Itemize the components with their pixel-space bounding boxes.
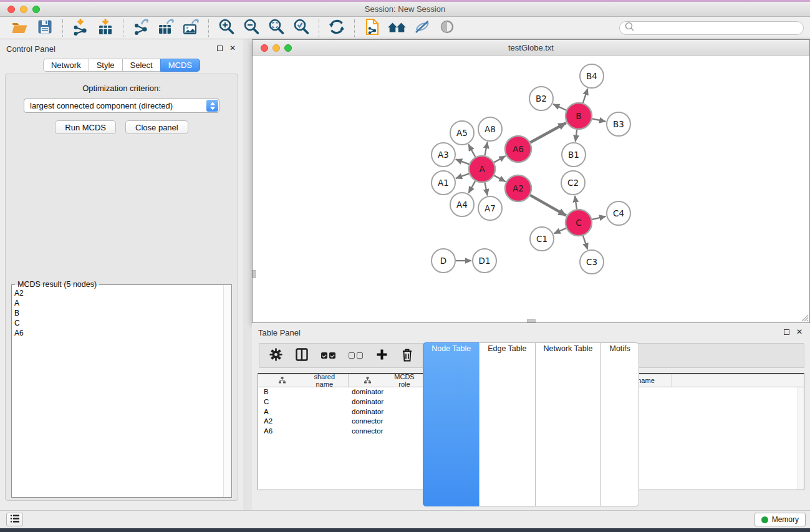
graph-edge-C-C2 (575, 196, 577, 209)
graph-node-D[interactable]: D (432, 249, 455, 273)
first-neighbors-icon (387, 19, 407, 37)
search-input[interactable] (635, 23, 803, 33)
graph-node-C3[interactable]: C3 (580, 250, 604, 274)
graph-node-C[interactable]: C (566, 210, 592, 236)
save-session-button[interactable] (32, 18, 57, 38)
graph-node-A8[interactable]: A8 (478, 117, 502, 141)
svg-text:A5: A5 (456, 128, 468, 138)
svg-text:A: A (479, 164, 485, 174)
graph-edge-C-C1 (554, 228, 566, 234)
graph-node-C2[interactable]: C2 (561, 171, 585, 195)
import-table-icon (97, 18, 114, 37)
table-tab-node-table[interactable]: Node Table (423, 342, 480, 506)
zoom-out-icon (243, 18, 260, 37)
graph-node-B1[interactable]: B1 (562, 143, 586, 167)
control-panel-tabs: NetworkStyleSelectMCDS (0, 59, 243, 72)
import-network-button[interactable] (68, 18, 93, 38)
result-item-c[interactable]: C (14, 318, 223, 328)
open-session-button[interactable] (7, 18, 32, 38)
network-window-titlebar: testGlobe.txt (253, 40, 809, 56)
mcds-result-list[interactable]: A2ABCA6 (12, 287, 223, 496)
tab-mcds[interactable]: MCDS (160, 59, 200, 72)
first-neighbors-button[interactable] (385, 18, 410, 38)
tab-select[interactable]: Select (122, 59, 161, 72)
result-item-a6[interactable]: A6 (14, 328, 223, 338)
graph-node-D1[interactable]: D1 (473, 249, 496, 273)
run-mcds-button[interactable]: Run MCDS (55, 120, 116, 134)
import-table-button[interactable] (93, 18, 118, 38)
graph-node-A[interactable]: A (469, 156, 495, 182)
show-panels-button[interactable] (6, 513, 23, 526)
tab-style[interactable]: Style (89, 59, 123, 72)
show-all-button[interactable] (435, 18, 460, 38)
open-session-icon (11, 19, 29, 37)
zoom-selected-button[interactable] (289, 18, 314, 38)
tab-network[interactable]: Network (43, 59, 89, 72)
export-image-button[interactable] (178, 18, 203, 38)
toolbar-divider (319, 19, 319, 37)
graph-edge-B-B1 (576, 130, 577, 142)
dropdown-stepper-icon (206, 100, 218, 112)
close-table-panel-icon[interactable]: ✕ (796, 329, 803, 335)
graph-edge-A-A7 (485, 183, 487, 196)
graph-node-A5[interactable]: A5 (450, 121, 474, 145)
optimization-criterion-label: Optimization criterion: (6, 84, 238, 93)
graph-node-B[interactable]: B (566, 103, 592, 129)
close-panel-button[interactable]: Close panel (125, 120, 188, 134)
graph-node-A1[interactable]: A1 (432, 171, 455, 195)
close-panel-icon[interactable]: ✕ (229, 45, 236, 51)
export-network-button[interactable] (128, 18, 153, 38)
network-canvas[interactable]: B4B2BB3B1A5A8A6A3AA1C2A4A7A2C4CC1C3DD1 (253, 56, 809, 322)
table-panel-title: Table Panel (258, 328, 301, 337)
svg-text:B2: B2 (536, 94, 547, 104)
toolbar-divider (123, 19, 123, 37)
hide-selected-button[interactable] (410, 18, 435, 38)
import-network-icon (72, 18, 89, 37)
vertical-scrollbar-thumb[interactable] (253, 270, 256, 278)
result-item-b[interactable]: B (14, 308, 223, 318)
graph-edge-B-B4 (583, 89, 588, 103)
graph-node-C1[interactable]: C1 (530, 227, 554, 251)
criterion-dropdown[interactable]: largest connected component (directed) (24, 99, 219, 113)
titlebar: Session: New Session (0, 2, 810, 17)
graph-edge-A-A6 (494, 156, 506, 162)
graph-node-B4[interactable]: B4 (580, 64, 604, 88)
zoom-in-button[interactable] (214, 18, 239, 38)
graph-node-C4[interactable]: C4 (607, 201, 630, 225)
graph-node-A6[interactable]: A6 (505, 136, 531, 162)
network-graph: B4B2BB3B1A5A8A6A3AA1C2A4A7A2C4CC1C3DD1 (253, 56, 809, 322)
table-tab-motifs[interactable]: Motifs (600, 342, 639, 506)
graph-node-A4[interactable]: A4 (450, 193, 474, 216)
horizontal-scrollbar-thumb[interactable] (527, 319, 536, 322)
graph-edge-A-A8 (485, 142, 487, 156)
network-from-selection-button[interactable] (360, 18, 385, 38)
zoom-in-icon (218, 18, 235, 37)
float-table-panel-icon[interactable] (784, 329, 789, 335)
refresh-button[interactable] (324, 18, 349, 38)
graph-node-B3[interactable]: B3 (607, 112, 630, 136)
zoom-fit-icon (268, 18, 285, 37)
graph-node-A7[interactable]: A7 (478, 196, 502, 220)
table-tab-edge-table[interactable]: Edge Table (479, 342, 535, 506)
zoom-out-button[interactable] (239, 18, 264, 38)
graph-node-A3[interactable]: A3 (432, 143, 455, 167)
resize-grip-icon[interactable] (800, 313, 809, 322)
float-panel-icon[interactable] (217, 46, 223, 51)
export-table-button[interactable] (153, 18, 178, 38)
result-item-a[interactable]: A (14, 298, 223, 308)
refresh-icon (328, 18, 345, 37)
svg-text:C2: C2 (567, 178, 579, 188)
graph-edge-A-A5 (468, 144, 475, 157)
graph-node-B2[interactable]: B2 (529, 87, 553, 110)
svg-text:C1: C1 (536, 234, 547, 244)
memory-button[interactable]: Memory (755, 513, 806, 526)
zoom-fit-button[interactable] (264, 18, 289, 38)
table-tab-network-table[interactable]: Network Table (535, 342, 602, 506)
svg-text:C4: C4 (613, 208, 624, 218)
graph-node-A2[interactable]: A2 (505, 175, 531, 201)
svg-text:C: C (576, 218, 581, 228)
result-item-a2[interactable]: A2 (14, 288, 223, 298)
svg-text:A4: A4 (456, 200, 468, 210)
result-scrollbar[interactable] (223, 285, 231, 497)
svg-text:A6: A6 (513, 144, 524, 154)
